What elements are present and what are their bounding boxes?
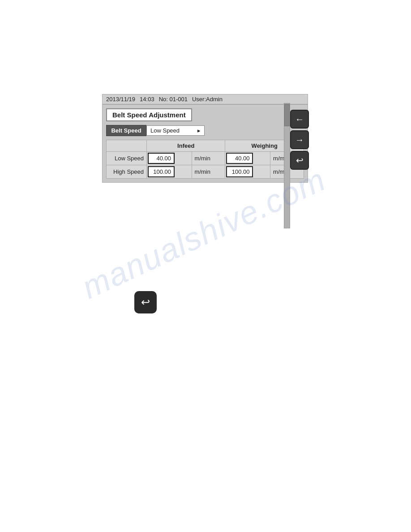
weighing-value-1[interactable]: 100.00 <box>226 166 253 177</box>
table-row: High Speed100.00m/min100.00m/min <box>107 165 304 179</box>
return-icon: ↩ <box>296 155 304 166</box>
return-button[interactable]: ↩ <box>290 151 309 170</box>
status-date: 2013/11/19 <box>106 96 135 103</box>
scrollbar-thumb[interactable] <box>284 104 290 126</box>
table-row: Low Speed40.00m/min40.00m/min <box>107 152 304 165</box>
belt-speed-arrow: ▸ <box>197 127 201 134</box>
infeed-unit-0: m/min <box>192 152 225 165</box>
nav-buttons: ← → ↩ <box>290 110 309 170</box>
scrollbar[interactable] <box>284 103 290 228</box>
back-icon-bottom[interactable]: ↩ <box>134 291 157 313</box>
belt-speed-row: Belt Speed Low Speed ▸ <box>106 125 304 136</box>
belt-speed-select[interactable]: Low Speed ▸ <box>146 125 205 136</box>
infeed-value-1[interactable]: 100.00 <box>148 166 175 177</box>
panel-title: Belt Speed Adjustment <box>106 108 192 121</box>
infeed-unit-1: m/min <box>192 165 225 179</box>
back-arrow-icon: ← <box>295 114 304 124</box>
forward-arrow-icon: → <box>295 135 304 145</box>
back-arrow-button[interactable]: ← <box>290 110 309 129</box>
status-time: 14:03 <box>140 96 154 103</box>
row-label-0: Low Speed <box>107 152 147 165</box>
status-user: User:Admin <box>192 96 223 103</box>
row-label-1: High Speed <box>107 165 147 179</box>
status-device: No: 01-001 <box>159 96 188 103</box>
back-icon-bottom-icon: ↩ <box>141 296 150 309</box>
status-bar: 2013/11/19 14:03 No: 01-001 User:Admin <box>102 94 308 104</box>
belt-speed-label: Belt Speed <box>106 125 146 136</box>
infeed-value-0[interactable]: 40.00 <box>148 153 175 164</box>
speed-table: Infeed Weighing Low Speed40.00m/min40.00… <box>106 140 304 179</box>
belt-speed-value: Low Speed <box>150 127 180 134</box>
weighing-value-0[interactable]: 40.00 <box>226 153 253 164</box>
forward-arrow-button[interactable]: → <box>290 130 309 149</box>
header-infeed: Infeed <box>147 140 225 152</box>
panel: Belt Speed Adjustment Belt Speed Low Spe… <box>102 104 308 183</box>
